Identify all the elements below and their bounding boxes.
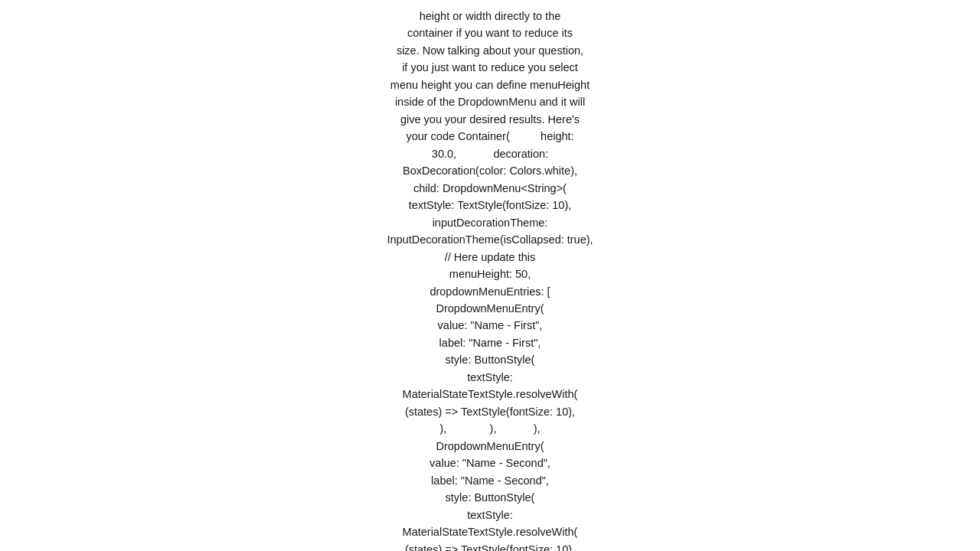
line-27: label: "Name - Second", <box>387 472 593 489</box>
line-26: value: "Name - Second", <box>387 455 593 471</box>
line-11: child: DropdownMenu<String>( <box>387 180 593 197</box>
line-31: (states) => TextStyle(fontSize: 10), <box>387 541 593 551</box>
line-24: ), ), ), <box>387 420 593 437</box>
line-13: inputDecorationTheme: <box>387 214 593 231</box>
line-25: DropdownMenuEntry( <box>387 438 593 455</box>
main-content: height or width directly to the containe… <box>0 0 980 551</box>
line-5: menu height you can define menuHeight <box>387 77 593 93</box>
code-text-block: height or width directly to the containe… <box>387 0 593 551</box>
line-14: InputDecorationTheme(isCollapsed: true), <box>387 231 593 248</box>
line-10: BoxDecoration(color: Colors.white), <box>387 162 593 179</box>
line-4: if you just want to reduce you select <box>387 59 593 76</box>
line-28: style: ButtonStyle( <box>387 489 593 506</box>
line-29: textStyle: <box>387 507 593 523</box>
line-30: MaterialStateTextStyle.resolveWith( <box>387 523 593 540</box>
line-19: label: "Name - First", <box>387 334 593 351</box>
line-7: give you your desired results. Here's <box>387 111 593 128</box>
line-2: container if you want to reduce its <box>387 24 593 41</box>
line-15: menuHeight: 50, <box>387 266 593 282</box>
comment-line: // Here update this <box>387 249 593 266</box>
line-21: textStyle: <box>387 369 593 386</box>
line-3: size. Now talking about your question, <box>387 42 593 59</box>
line-20: style: ButtonStyle( <box>387 351 593 368</box>
line-23: (states) => TextStyle(fontSize: 10), <box>387 403 593 420</box>
line-1: height or width directly to the <box>387 8 593 24</box>
line-16: dropdownMenuEntries: [ <box>387 283 593 300</box>
line-6: inside of the DropdownMenu and it will <box>387 93 593 110</box>
line-22: MaterialStateTextStyle.resolveWith( <box>387 386 593 403</box>
line-8: your code Container( height: <box>387 128 593 145</box>
line-17: DropdownMenuEntry( <box>387 300 593 317</box>
line-9: 30.0, decoration: <box>387 145 593 162</box>
line-18: value: "Name - First", <box>387 317 593 334</box>
line-12: textStyle: TextStyle(fontSize: 10), <box>387 197 593 214</box>
